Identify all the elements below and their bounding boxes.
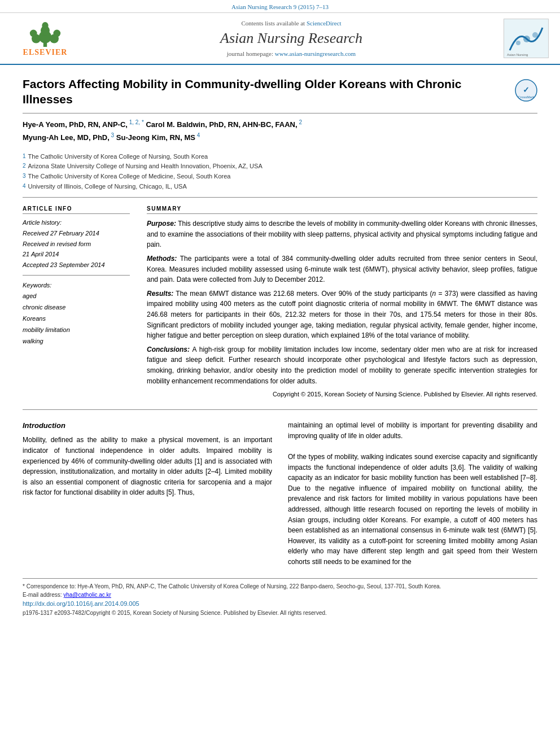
svg-point-10 <box>516 41 520 45</box>
journal-volume-info: Asian Nursing Research 9 (2015) 7–13 <box>0 0 560 13</box>
history-accepted: Accepted 23 September 2014 <box>23 260 130 270</box>
homepage-info: journal homepage: www.asian-nursingresea… <box>79 50 504 57</box>
summary-title: SUMMARY <box>147 206 537 214</box>
article-history: Article history: Received 27 February 20… <box>23 217 130 275</box>
author-3-name: Myung-Ah Lee, MD, PhD, <box>23 133 110 142</box>
sciencedirect-info: Contents lists available at ScienceDirec… <box>79 20 504 27</box>
history-revised-label: Received in revised form <box>23 239 130 250</box>
author-4-superscript: 4 <box>195 132 200 138</box>
correspondence-note: * Correspondence to: Hye-A Yeom, PhD, RN… <box>23 582 537 591</box>
doi-link[interactable]: http://dx.doi.org/10.1016/j.anr.2014.09.… <box>23 600 139 607</box>
conclusions-label: Conclusions: <box>147 346 190 353</box>
body-two-col: Introduction Mobility, defined as the ab… <box>23 420 537 567</box>
keywords-section: Keywords: aged chronic disease Koreans m… <box>23 280 130 347</box>
affiliation-1: 1 The Catholic University of Korea Colle… <box>23 152 537 162</box>
email-link[interactable]: yha@catholic.ac.kr <box>63 592 111 598</box>
intro-para-3: Of the types of mobility, walking indica… <box>288 452 537 567</box>
author-1-name: Hye-A Yeom, PhD, RN, ANP-C, <box>23 120 128 129</box>
history-received: Received 27 February 2014 <box>23 228 130 239</box>
section-divider <box>23 409 537 410</box>
affiliation-3: 3 The Catholic University of Korea Colle… <box>23 172 537 182</box>
copyright-text: Copyright © 2015, Korean Society of Nurs… <box>273 391 537 397</box>
summary-conclusions: Conclusions: A high-risk group for mobil… <box>147 344 537 386</box>
footnotes-section: * Correspondence to: Hye-A Yeom, PhD, RN… <box>23 578 537 617</box>
journal-title: Asian Nursing Research <box>79 30 504 47</box>
volume-text: Asian Nursing Research 9 (2015) 7–13 <box>231 3 329 10</box>
svg-point-9 <box>523 36 530 42</box>
author-2-name: Carol M. Baldwin, PhD, RN, AHN-BC, FAAN, <box>146 120 297 129</box>
svg-text:Asian Nursing: Asian Nursing <box>507 53 528 56</box>
email-note: E-mail address: yha@catholic.ac.kr <box>23 591 537 599</box>
svg-point-6 <box>30 30 37 37</box>
methods-text: The participants were a total of 384 com… <box>147 255 537 283</box>
issn-text: p1976-1317 e2093-7482/Copyright © 2015, … <box>23 610 327 616</box>
keyword-1: aged <box>23 291 130 302</box>
intro-heading: Introduction <box>23 420 272 431</box>
journal-header: ELSEVIER Contents lists available at Sci… <box>0 13 560 65</box>
contents-text: Contents lists available at <box>241 20 305 27</box>
affiliation-2: 2 Arizona State University College of Nu… <box>23 161 537 172</box>
keyword-5: walking <box>23 336 130 347</box>
intro-para-1: Mobility, defined as the ability to make… <box>23 435 272 498</box>
author-2-superscript: 2 <box>298 119 302 125</box>
author-4-name: Su-Jeong Kim, RN, MS <box>116 133 195 142</box>
main-content: Factors Affecting Mobility in Community-… <box>0 65 560 617</box>
results-label: Results: <box>147 290 173 298</box>
journal-center-info: Contents lists available at ScienceDirec… <box>79 20 504 57</box>
methods-label: Methods: <box>147 255 177 263</box>
conclusions-text: A high-risk group for mobility limitatio… <box>147 346 537 385</box>
issn-line: p1976-1317 e2093-7482/Copyright © 2015, … <box>23 609 537 617</box>
journal-cover-icon: Asian Nursing <box>504 19 548 58</box>
summary-text: Purpose: This descriptive study aims to … <box>147 219 537 399</box>
keyword-4: mobility limitation <box>23 325 130 336</box>
purpose-text: This descriptive study aims to describe … <box>147 220 537 248</box>
homepage-url[interactable]: www.asian-nursingresearch.com <box>275 50 356 57</box>
summary-purpose: Purpose: This descriptive study aims to … <box>147 219 537 250</box>
purpose-label: Purpose: <box>147 220 176 228</box>
summary-results: Results: The mean 6MWT distance was 212.… <box>147 289 537 341</box>
email-label: E-mail address: <box>23 592 62 598</box>
authors-section: Hye-A Yeom, PhD, RN, ANP-C, 1, 2, * Caro… <box>23 113 537 148</box>
homepage-label: journal homepage: <box>227 50 273 57</box>
article-info-summary: ARTICLE INFO Article history: Received 2… <box>23 198 537 405</box>
elsevier-tree-icon <box>23 20 68 47</box>
history-revised-date: 21 April 2014 <box>23 249 130 260</box>
copyright-line: Copyright © 2015, Korean Society of Nurs… <box>147 390 537 399</box>
elsevier-label: ELSEVIER <box>23 48 68 57</box>
svg-text:CrossMark: CrossMark <box>518 95 535 99</box>
keywords-label: Keywords: <box>23 280 130 291</box>
elsevier-logo: ELSEVIER <box>11 20 79 57</box>
svg-point-11 <box>532 32 538 38</box>
summary-panel: SUMMARY Purpose: This descriptive study … <box>147 206 537 399</box>
intro-para-2: maintaining an optimal level of mobility… <box>288 420 537 441</box>
article-title-section: Factors Affecting Mobility in Community-… <box>23 65 537 113</box>
summary-methods: Methods: The participants were a total o… <box>147 254 537 285</box>
journal-logo-right: Asian Nursing <box>504 19 549 58</box>
affiliations-section: 1 The Catholic University of Korea Colle… <box>23 148 537 198</box>
keyword-2: chronic disease <box>23 302 130 313</box>
history-label: Article history: <box>23 217 130 228</box>
correspondence-text: * Correspondence to: Hye-A Yeom, PhD, RN… <box>23 583 441 589</box>
doi-line: http://dx.doi.org/10.1016/j.anr.2014.09.… <box>23 599 537 609</box>
body-col-left: Introduction Mobility, defined as the ab… <box>23 420 272 567</box>
svg-point-7 <box>53 30 60 37</box>
author-1-superscript: 1, 2, * <box>128 119 144 125</box>
article-info-title: ARTICLE INFO <box>23 206 130 214</box>
crossmark-badge: ✓ CrossMark <box>515 79 537 102</box>
svg-point-3 <box>42 22 48 29</box>
body-col-right: maintaining an optimal level of mobility… <box>288 420 537 567</box>
body-section: Introduction Mobility, defined as the ab… <box>23 414 537 573</box>
svg-text:✓: ✓ <box>523 85 530 94</box>
article-info-panel: ARTICLE INFO Article history: Received 2… <box>23 206 130 399</box>
affiliation-4: 4 University of Illinois, College of Nur… <box>23 182 537 192</box>
article-title: Factors Affecting Mobility in Community-… <box>23 76 515 107</box>
results-text: The mean 6MWT distance was 212.68 meters… <box>147 290 537 339</box>
sciencedirect-link[interactable]: ScienceDirect <box>307 20 342 27</box>
author-3-superscript: 3 <box>110 132 114 138</box>
keyword-3: Koreans <box>23 313 130 325</box>
